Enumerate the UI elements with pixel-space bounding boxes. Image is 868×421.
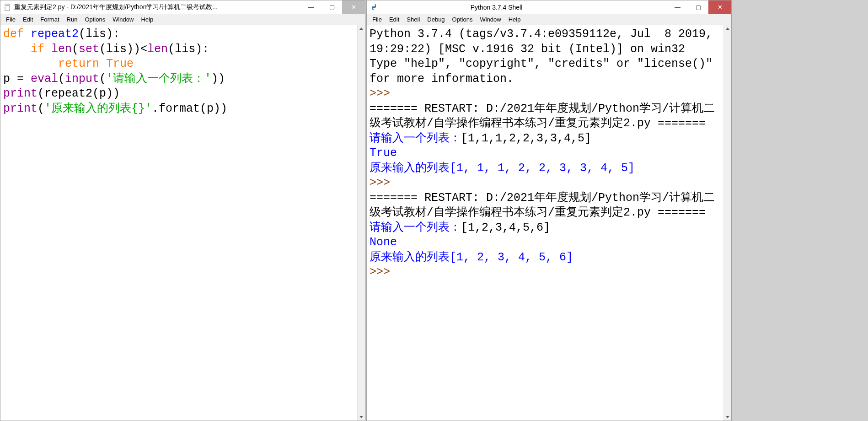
shell-prompt: >>> bbox=[370, 176, 397, 189]
shell-output: None bbox=[370, 236, 397, 249]
shell-minimize-button[interactable]: — bbox=[667, 0, 688, 14]
shell-titlebar[interactable]: Python 3.7.4 Shell — ▢ ✕ bbox=[367, 0, 731, 14]
editor-close-button[interactable]: ✕ bbox=[342, 0, 365, 14]
editor-minimize-button[interactable]: — bbox=[301, 0, 321, 14]
editor-menu-run[interactable]: Run bbox=[63, 15, 81, 24]
shell-menu-debug[interactable]: Debug bbox=[423, 15, 448, 24]
svg-point-3 bbox=[373, 5, 374, 5]
shell-menu-window[interactable]: Window bbox=[476, 15, 504, 24]
editor-vertical-scrollbar[interactable] bbox=[357, 25, 365, 421]
editor-maximize-button[interactable]: ▢ bbox=[321, 0, 342, 14]
shell-close-button[interactable]: ✕ bbox=[708, 0, 731, 14]
shell-input-prompt: 请输入一个列表： bbox=[370, 221, 461, 234]
shell-vertical-scrollbar[interactable] bbox=[723, 25, 731, 421]
shell-output: 原来输入的列表[1, 1, 1, 2, 2, 3, 3, 4, 5] bbox=[370, 162, 635, 175]
editor-menu-format[interactable]: Format bbox=[37, 15, 63, 24]
shell-output: True bbox=[370, 146, 397, 160]
python-shell-icon bbox=[370, 4, 378, 11]
editor-menubar: File Edit Format Run Options Window Help bbox=[0, 14, 365, 25]
shell-text-area[interactable]: Python 3.7.4 (tags/v3.7.4:e09359112e, Ju… bbox=[367, 25, 723, 421]
shell-title-text: Python 3.7.4 Shell bbox=[380, 4, 667, 11]
shell-menubar: File Edit Shell Debug Options Window Hel… bbox=[367, 14, 731, 25]
shell-prompt: >>> bbox=[370, 265, 397, 279]
shell-menu-file[interactable]: File bbox=[369, 15, 386, 24]
shell-user-input: [1,2,3,4,5,6] bbox=[461, 221, 550, 234]
shell-banner2: Type "help", "copyright", "credits" or "… bbox=[370, 57, 719, 86]
shell-banner: Python 3.7.4 (tags/v3.7.4:e09359112e, Ju… bbox=[370, 27, 719, 56]
python-file-icon bbox=[4, 4, 11, 11]
shell-user-input: [1,1,1,2,2,3,3,4,5] bbox=[461, 132, 591, 145]
editor-title-text: 重复元素判定2.py - D:/2021年年度规划/Python学习/计算机二级… bbox=[14, 3, 301, 11]
shell-output: 原来输入的列表[1, 2, 3, 4, 5, 6] bbox=[370, 251, 573, 264]
idle-shell-window: Python 3.7.4 Shell — ▢ ✕ File Edit Shell… bbox=[366, 0, 732, 421]
editor-titlebar[interactable]: 重复元素判定2.py - D:/2021年年度规划/Python学习/计算机二级… bbox=[0, 0, 365, 14]
editor-text-area[interactable]: def repeat2(lis): if len(set(lis))<len(l… bbox=[0, 25, 357, 421]
shell-menu-edit[interactable]: Edit bbox=[386, 15, 403, 24]
shell-menu-shell[interactable]: Shell bbox=[403, 15, 423, 24]
idle-editor-window: 重复元素判定2.py - D:/2021年年度规划/Python学习/计算机二级… bbox=[0, 0, 365, 421]
shell-prompt: >>> bbox=[370, 87, 397, 100]
svg-rect-2 bbox=[6, 7, 9, 7]
shell-input-prompt: 请输入一个列表： bbox=[370, 132, 461, 145]
shell-maximize-button[interactable]: ▢ bbox=[688, 0, 708, 14]
shell-menu-options[interactable]: Options bbox=[449, 15, 477, 24]
editor-menu-help[interactable]: Help bbox=[137, 15, 157, 24]
editor-menu-options[interactable]: Options bbox=[81, 15, 109, 24]
shell-menu-help[interactable]: Help bbox=[505, 15, 525, 24]
svg-rect-1 bbox=[6, 5, 9, 6]
editor-menu-window[interactable]: Window bbox=[109, 15, 137, 24]
editor-menu-edit[interactable]: Edit bbox=[19, 15, 37, 24]
editor-menu-file[interactable]: File bbox=[2, 15, 19, 24]
shell-restart-line: ======= RESTART: D:/2021年年度规划/Python学习/计… bbox=[370, 191, 715, 220]
shell-restart-line: ======= RESTART: D:/2021年年度规划/Python学习/计… bbox=[370, 102, 715, 130]
